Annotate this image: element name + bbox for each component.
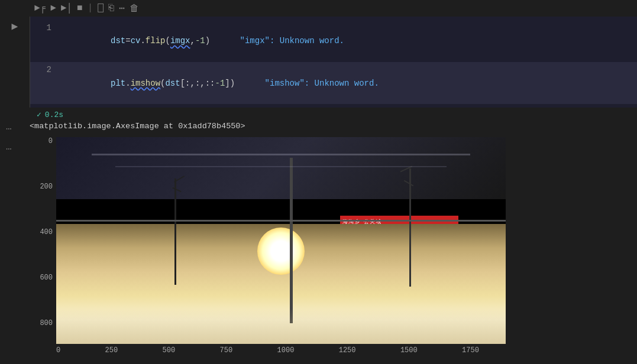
tree-left	[174, 178, 176, 285]
run-next-icon[interactable]: ►│	[61, 3, 72, 14]
code-content-1: dst=cv.flip(imgx,-1) "imgx": Unknown wor…	[61, 21, 630, 61]
output-side-dots-1: …	[0, 122, 30, 132]
check-icon: ✓	[37, 110, 41, 119]
delete-icon[interactable]: 🗑	[130, 3, 139, 14]
code-content-2: plt.imshow(dst[:,:,::-1]) "imshow": Unkn…	[61, 63, 630, 103]
code-line-2: 2 plt.imshow(dst[:,:,::-1]) "imshow": Un…	[30, 62, 637, 104]
y-label-0: 0	[48, 137, 53, 145]
y-label-200: 200	[40, 183, 53, 191]
more-icon[interactable]: ⋯	[119, 2, 125, 14]
tree-right	[409, 168, 411, 287]
execution-time: 0.2s	[45, 110, 63, 119]
cell-gutter: ▶	[0, 17, 30, 32]
y-label-800: 800	[40, 319, 53, 327]
ceiling-structure	[56, 137, 506, 199]
x-axis-labels: 0 250 500 750 1000 1250 1500 1750	[56, 344, 479, 355]
x-label-750: 750	[220, 346, 233, 355]
step-into-icon[interactable]: ►╒	[34, 3, 46, 14]
horizon-line	[56, 220, 506, 222]
output-matplotlib-ref: … <matplotlib.image.AxesImage at 0x1add7…	[0, 122, 637, 132]
chart-with-yaxis: 0 200 400 600 800 海淘乡 公关域	[30, 137, 506, 344]
add-above-icon[interactable]: ⎕	[98, 2, 104, 14]
y-axis: 0 200 400 600 800	[30, 137, 56, 344]
image-plot: 海淘乡 公关域	[56, 137, 506, 344]
matplotlib-ref-text: <matplotlib.image.AxesImage at 0x1add78b…	[30, 122, 245, 131]
cell-status: ✓ 0.2s	[30, 108, 637, 122]
add-below-icon[interactable]: ⎗	[108, 3, 114, 14]
ceiling-strip-1	[92, 154, 470, 155]
separator-1: |	[88, 3, 93, 14]
x-label-250: 250	[105, 346, 118, 355]
line-number-1: 1	[37, 21, 51, 34]
run-button[interactable]: ▶	[12, 21, 18, 32]
x-axis-wrapper: 0 250 500 750 1000 1250 1500 1750	[30, 344, 479, 355]
cell-run-area: ▶ 1 dst=cv.flip(imgx,-1) "imgx": Unknown…	[0, 17, 637, 108]
notebook-cell: ►╒ ► ►│ ■ | ⎕ ⎗ ⋯ 🗑 ▶ 1 dst=cv.flip(imgx…	[0, 0, 637, 355]
full-plot-wrapper: 0 200 400 600 800 海淘乡 公关域	[30, 137, 506, 355]
x-label-1250: 1250	[339, 346, 356, 355]
plot-side-dots: …	[0, 137, 30, 355]
bottom-fade	[56, 308, 506, 344]
run-cell-icon[interactable]: ►	[50, 3, 56, 14]
y-label-600: 600	[40, 274, 53, 282]
cell-toolbar: ►╒ ► ►│ ■ | ⎕ ⎗ ⋯ 🗑	[30, 0, 637, 17]
y-label-400: 400	[40, 228, 53, 236]
x-label-500: 500	[163, 346, 176, 355]
ceiling-strip-2	[115, 166, 447, 167]
code-line-1: 1 dst=cv.flip(imgx,-1) "imgx": Unknown w…	[30, 20, 637, 62]
center-pole	[290, 158, 293, 323]
line-number-2: 2	[37, 63, 51, 76]
plot-container: … 0 200 400 600 800 海淘乡 公关域	[0, 137, 637, 355]
stop-icon[interactable]: ■	[77, 3, 83, 14]
x-label-1750: 1750	[462, 346, 479, 355]
cell-code-area[interactable]: 1 dst=cv.flip(imgx,-1) "imgx": Unknown w…	[30, 17, 637, 108]
x-label-0: 0	[56, 346, 60, 355]
x-label-1500: 1500	[400, 346, 418, 355]
sun	[257, 228, 305, 275]
x-label-1000: 1000	[277, 346, 295, 355]
